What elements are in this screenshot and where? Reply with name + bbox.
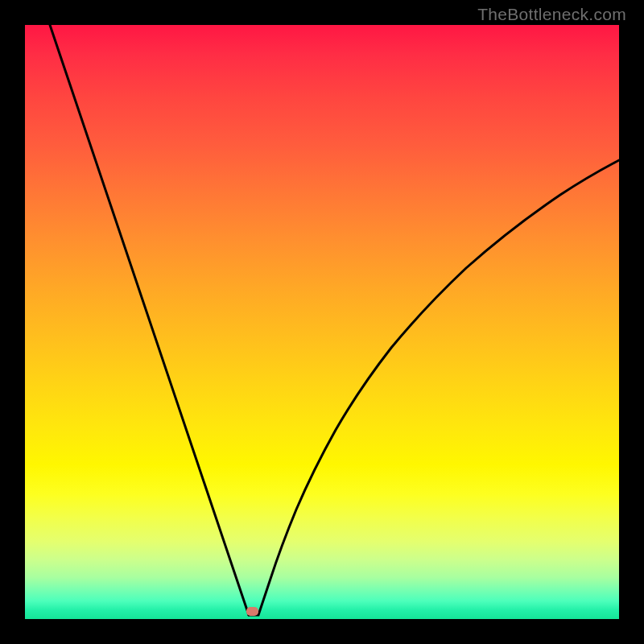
curve-left-segment — [50, 25, 249, 615]
optimal-marker — [246, 607, 258, 616]
chart-frame: TheBottleneck.com — [0, 0, 644, 644]
plot-area — [25, 25, 619, 619]
bottleneck-curve — [25, 25, 619, 619]
curve-right-segment — [249, 160, 619, 615]
watermark-text: TheBottleneck.com — [477, 5, 626, 24]
